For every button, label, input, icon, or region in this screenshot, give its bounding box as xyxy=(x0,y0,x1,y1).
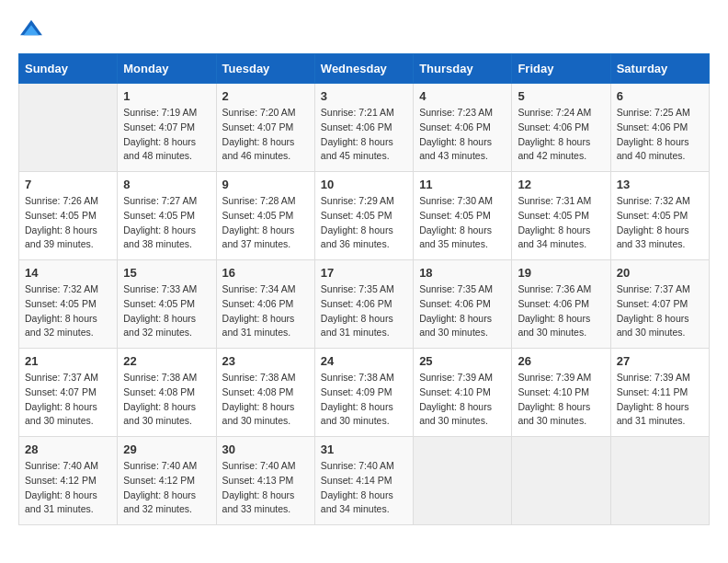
day-info: Sunrise: 7:38 AMSunset: 4:08 PMDaylight:… xyxy=(123,371,210,429)
day-info: Sunrise: 7:31 AMSunset: 4:05 PMDaylight:… xyxy=(518,194,604,252)
day-info: Sunrise: 7:36 AMSunset: 4:06 PMDaylight:… xyxy=(518,282,604,340)
day-number: 3 xyxy=(321,89,407,103)
calendar-cell xyxy=(19,84,118,172)
calendar-cell: 3Sunrise: 7:21 AMSunset: 4:06 PMDaylight… xyxy=(314,84,413,172)
day-info: Sunrise: 7:26 AMSunset: 4:05 PMDaylight:… xyxy=(25,194,111,252)
weekday-header-saturday: Saturday xyxy=(610,54,709,84)
calendar-cell: 4Sunrise: 7:23 AMSunset: 4:06 PMDaylight… xyxy=(414,84,512,172)
day-info: Sunrise: 7:29 AMSunset: 4:05 PMDaylight:… xyxy=(321,194,407,252)
day-number: 2 xyxy=(222,89,309,103)
day-info: Sunrise: 7:40 AMSunset: 4:12 PMDaylight:… xyxy=(25,459,111,517)
logo-icon xyxy=(18,18,44,39)
calendar-cell: 20Sunrise: 7:37 AMSunset: 4:07 PMDayligh… xyxy=(610,260,709,349)
day-info: Sunrise: 7:32 AMSunset: 4:05 PMDaylight:… xyxy=(25,282,111,340)
weekday-header-friday: Friday xyxy=(512,54,610,84)
day-number: 25 xyxy=(419,354,506,368)
calendar-cell: 30Sunrise: 7:40 AMSunset: 4:13 PMDayligh… xyxy=(216,437,314,525)
calendar-cell: 12Sunrise: 7:31 AMSunset: 4:05 PMDayligh… xyxy=(512,172,610,260)
calendar-cell xyxy=(512,437,610,525)
day-number: 14 xyxy=(25,266,111,280)
calendar-cell: 7Sunrise: 7:26 AMSunset: 4:05 PMDaylight… xyxy=(19,172,118,260)
day-number: 17 xyxy=(321,266,407,280)
day-number: 24 xyxy=(321,354,407,368)
calendar-cell: 1Sunrise: 7:19 AMSunset: 4:07 PMDaylight… xyxy=(118,84,216,172)
calendar-cell: 18Sunrise: 7:35 AMSunset: 4:06 PMDayligh… xyxy=(414,260,512,349)
day-info: Sunrise: 7:38 AMSunset: 4:08 PMDaylight:… xyxy=(222,371,309,429)
day-number: 31 xyxy=(321,442,407,456)
day-number: 4 xyxy=(419,89,506,103)
calendar-cell xyxy=(610,437,709,525)
day-info: Sunrise: 7:21 AMSunset: 4:06 PMDaylight:… xyxy=(321,106,407,164)
calendar-cell xyxy=(414,437,512,525)
day-info: Sunrise: 7:30 AMSunset: 4:05 PMDaylight:… xyxy=(419,194,506,252)
day-number: 28 xyxy=(25,442,111,456)
calendar-cell: 31Sunrise: 7:40 AMSunset: 4:14 PMDayligh… xyxy=(314,437,413,525)
page-header xyxy=(18,18,710,39)
calendar-week-row: 28Sunrise: 7:40 AMSunset: 4:12 PMDayligh… xyxy=(19,437,710,525)
day-info: Sunrise: 7:39 AMSunset: 4:10 PMDaylight:… xyxy=(518,371,604,429)
calendar-cell: 17Sunrise: 7:35 AMSunset: 4:06 PMDayligh… xyxy=(314,260,413,349)
day-number: 13 xyxy=(617,178,703,191)
day-number: 22 xyxy=(123,354,210,368)
day-number: 10 xyxy=(321,178,407,191)
weekday-header-thursday: Thursday xyxy=(414,54,512,84)
day-info: Sunrise: 7:35 AMSunset: 4:06 PMDaylight:… xyxy=(419,282,506,340)
calendar-week-row: 21Sunrise: 7:37 AMSunset: 4:07 PMDayligh… xyxy=(19,349,710,437)
calendar-cell: 13Sunrise: 7:32 AMSunset: 4:05 PMDayligh… xyxy=(610,172,709,260)
day-info: Sunrise: 7:37 AMSunset: 4:07 PMDaylight:… xyxy=(617,282,703,340)
day-number: 16 xyxy=(222,266,309,280)
calendar-cell: 23Sunrise: 7:38 AMSunset: 4:08 PMDayligh… xyxy=(216,349,314,437)
day-info: Sunrise: 7:23 AMSunset: 4:06 PMDaylight:… xyxy=(419,106,506,164)
day-number: 11 xyxy=(419,178,506,191)
day-number: 7 xyxy=(25,178,111,191)
day-info: Sunrise: 7:40 AMSunset: 4:12 PMDaylight:… xyxy=(123,459,210,517)
day-info: Sunrise: 7:39 AMSunset: 4:10 PMDaylight:… xyxy=(419,371,506,429)
day-info: Sunrise: 7:20 AMSunset: 4:07 PMDaylight:… xyxy=(222,106,309,164)
day-number: 12 xyxy=(518,178,604,191)
weekday-header-sunday: Sunday xyxy=(19,54,118,84)
day-number: 18 xyxy=(419,266,506,280)
day-number: 20 xyxy=(617,266,703,280)
day-info: Sunrise: 7:25 AMSunset: 4:06 PMDaylight:… xyxy=(617,106,703,164)
day-info: Sunrise: 7:40 AMSunset: 4:13 PMDaylight:… xyxy=(222,459,309,517)
weekday-header-tuesday: Tuesday xyxy=(216,54,314,84)
day-number: 27 xyxy=(617,354,703,368)
day-number: 29 xyxy=(123,442,210,456)
day-number: 5 xyxy=(518,89,604,103)
day-number: 6 xyxy=(617,89,703,103)
calendar-cell: 11Sunrise: 7:30 AMSunset: 4:05 PMDayligh… xyxy=(414,172,512,260)
calendar-cell: 22Sunrise: 7:38 AMSunset: 4:08 PMDayligh… xyxy=(118,349,216,437)
day-number: 9 xyxy=(222,178,309,191)
weekday-header-wednesday: Wednesday xyxy=(314,54,413,84)
day-info: Sunrise: 7:38 AMSunset: 4:09 PMDaylight:… xyxy=(321,371,407,429)
day-number: 19 xyxy=(518,266,604,280)
day-info: Sunrise: 7:39 AMSunset: 4:11 PMDaylight:… xyxy=(617,371,703,429)
calendar-cell: 8Sunrise: 7:27 AMSunset: 4:05 PMDaylight… xyxy=(118,172,216,260)
day-number: 23 xyxy=(222,354,309,368)
calendar-cell: 28Sunrise: 7:40 AMSunset: 4:12 PMDayligh… xyxy=(19,437,118,525)
day-number: 1 xyxy=(123,89,210,103)
calendar-cell: 25Sunrise: 7:39 AMSunset: 4:10 PMDayligh… xyxy=(414,349,512,437)
calendar-week-row: 1Sunrise: 7:19 AMSunset: 4:07 PMDaylight… xyxy=(19,84,710,172)
calendar-cell: 15Sunrise: 7:33 AMSunset: 4:05 PMDayligh… xyxy=(118,260,216,349)
day-info: Sunrise: 7:32 AMSunset: 4:05 PMDaylight:… xyxy=(617,194,703,252)
logo xyxy=(18,18,48,39)
calendar-cell: 24Sunrise: 7:38 AMSunset: 4:09 PMDayligh… xyxy=(314,349,413,437)
calendar-cell: 14Sunrise: 7:32 AMSunset: 4:05 PMDayligh… xyxy=(19,260,118,349)
calendar-week-row: 14Sunrise: 7:32 AMSunset: 4:05 PMDayligh… xyxy=(19,260,710,349)
calendar-cell: 2Sunrise: 7:20 AMSunset: 4:07 PMDaylight… xyxy=(216,84,314,172)
day-info: Sunrise: 7:34 AMSunset: 4:06 PMDaylight:… xyxy=(222,282,309,340)
calendar-cell: 29Sunrise: 7:40 AMSunset: 4:12 PMDayligh… xyxy=(118,437,216,525)
weekday-header-monday: Monday xyxy=(118,54,216,84)
calendar-cell: 21Sunrise: 7:37 AMSunset: 4:07 PMDayligh… xyxy=(19,349,118,437)
day-number: 21 xyxy=(25,354,111,368)
calendar-cell: 10Sunrise: 7:29 AMSunset: 4:05 PMDayligh… xyxy=(314,172,413,260)
day-info: Sunrise: 7:33 AMSunset: 4:05 PMDaylight:… xyxy=(123,282,210,340)
day-number: 26 xyxy=(518,354,604,368)
day-info: Sunrise: 7:28 AMSunset: 4:05 PMDaylight:… xyxy=(222,194,309,252)
day-info: Sunrise: 7:19 AMSunset: 4:07 PMDaylight:… xyxy=(123,106,210,164)
day-number: 8 xyxy=(123,178,210,191)
calendar-cell: 27Sunrise: 7:39 AMSunset: 4:11 PMDayligh… xyxy=(610,349,709,437)
calendar-week-row: 7Sunrise: 7:26 AMSunset: 4:05 PMDaylight… xyxy=(19,172,710,260)
day-number: 15 xyxy=(123,266,210,280)
